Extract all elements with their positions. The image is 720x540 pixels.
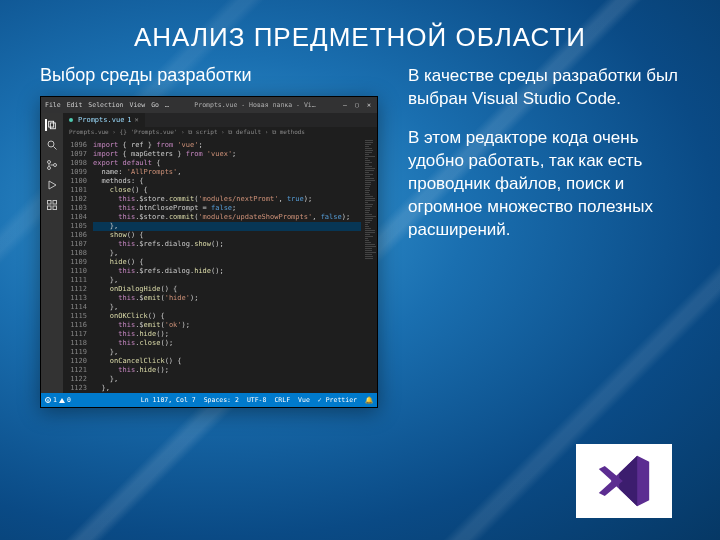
window-minimize-button[interactable]: — [341, 101, 349, 109]
code-line[interactable]: onCancelClick() { [93, 357, 361, 366]
code-line[interactable]: this.hide(); [93, 366, 361, 375]
line-number: 1106 [65, 231, 87, 240]
status-eol[interactable]: CRLF [274, 396, 290, 404]
code-line[interactable]: this.btnClosePrompt = false; [93, 204, 361, 213]
svg-point-5 [48, 167, 51, 170]
menu-item[interactable]: Edit [67, 101, 83, 109]
code-line[interactable]: }, [93, 303, 361, 312]
code-line[interactable]: }, [93, 249, 361, 258]
line-number: 1099 [65, 168, 87, 177]
svg-marker-14 [599, 466, 623, 496]
svg-rect-1 [50, 123, 55, 129]
code-line[interactable]: hide() { [93, 258, 361, 267]
warning-icon [59, 398, 65, 403]
vscode-titlebar: FileEditSelectionViewGo… Prompts.vue - Н… [41, 97, 377, 113]
code-editor[interactable]: import { ref } from 'vue';import { mapGe… [91, 139, 363, 393]
code-line[interactable]: }, [93, 375, 361, 384]
menu-item[interactable]: View [130, 101, 146, 109]
tab-filename: Prompts.vue [78, 116, 124, 124]
status-language[interactable]: Vue [298, 396, 310, 404]
line-number: 1122 [65, 375, 87, 384]
line-number: 1119 [65, 348, 87, 357]
code-line[interactable]: close() { [93, 186, 361, 195]
code-line[interactable]: import { mapGetters } from 'vuex'; [93, 150, 361, 159]
slide-title: АНАЛИЗ ПРЕДМЕТНОЙ ОБЛАСТИ [40, 22, 680, 53]
code-line[interactable]: import { ref } from 'vue'; [93, 141, 361, 150]
editor-tabs: Prompts.vue 1 ✕ [63, 113, 377, 127]
line-number: 1110 [65, 267, 87, 276]
code-line[interactable]: onOKClick() { [93, 312, 361, 321]
svg-marker-7 [49, 181, 56, 189]
svg-rect-10 [48, 206, 52, 210]
code-line[interactable]: export default { [93, 159, 361, 168]
slide-subhead: Выбор среды разработки [40, 65, 380, 86]
code-line[interactable]: methods: { [93, 177, 361, 186]
svg-point-6 [54, 164, 57, 167]
code-line[interactable]: onDialogHide() { [93, 285, 361, 294]
code-line[interactable]: this.$refs.dialog.hide(); [93, 267, 361, 276]
code-line[interactable]: this.hide(); [93, 330, 361, 339]
svg-line-3 [54, 147, 57, 150]
svg-rect-8 [48, 201, 52, 205]
line-number: 1114 [65, 303, 87, 312]
line-number: 1100 [65, 177, 87, 186]
status-prettier[interactable]: ✓ Prettier [318, 396, 357, 404]
line-number: 1118 [65, 339, 87, 348]
breadcrumb[interactable]: Prompts.vue › {} 'Prompts.vue' › ⧉ scrip… [63, 127, 377, 139]
code-line[interactable]: this.$store.commit('modules/updateShowPr… [93, 213, 361, 222]
vue-file-icon [69, 118, 73, 122]
svg-point-2 [48, 141, 54, 147]
line-number: 1104 [65, 213, 87, 222]
visual-studio-logo [576, 444, 672, 518]
code-line[interactable]: this.$emit('ok'); [93, 321, 361, 330]
vscode-window: FileEditSelectionViewGo… Prompts.vue - Н… [40, 96, 378, 408]
minimap[interactable] [363, 139, 377, 393]
menu-item[interactable]: Selection [88, 101, 123, 109]
extensions-icon[interactable] [46, 199, 58, 211]
line-number: 1102 [65, 195, 87, 204]
debug-icon[interactable] [46, 179, 58, 191]
activity-bar [41, 113, 63, 393]
code-line[interactable]: show() { [93, 231, 361, 240]
line-number: 1120 [65, 357, 87, 366]
status-bar: ✕ 1 0 Ln 1107, Col 7 Spaces: 2 UTF-8 CRL… [41, 393, 377, 407]
tab-prompts-vue[interactable]: Prompts.vue 1 ✕ [63, 113, 146, 127]
status-encoding[interactable]: UTF-8 [247, 396, 267, 404]
source-control-icon[interactable] [46, 159, 58, 171]
line-number: 1112 [65, 285, 87, 294]
svg-rect-9 [53, 201, 57, 205]
code-line[interactable]: this.close(); [93, 339, 361, 348]
status-notifications-icon[interactable]: 🔔 [365, 396, 373, 404]
code-line[interactable]: this.$emit('hide'); [93, 294, 361, 303]
svg-rect-11 [53, 206, 57, 210]
line-number: 1108 [65, 249, 87, 258]
code-line[interactable]: }, [93, 348, 361, 357]
tab-dirty-indicator: 1 [127, 116, 131, 124]
code-line[interactable]: }, [93, 384, 361, 393]
code-line[interactable]: name: 'AllPrompts', [93, 168, 361, 177]
line-number: 1123 [65, 384, 87, 393]
svg-point-4 [48, 161, 51, 164]
line-number: 1116 [65, 321, 87, 330]
line-number: 1113 [65, 294, 87, 303]
menu-item[interactable]: Go [151, 101, 159, 109]
code-line[interactable]: }, [93, 276, 361, 285]
code-line[interactable]: this.$refs.dialog.show(); [93, 240, 361, 249]
code-line[interactable]: }, [93, 222, 361, 231]
window-title: Prompts.vue - Новая папка - Vi… [169, 101, 341, 109]
menu-item[interactable]: File [45, 101, 61, 109]
search-icon[interactable] [46, 139, 58, 151]
paragraph-2: В этом редакторе кода очень удобно работ… [408, 127, 680, 242]
line-number-gutter: 1096109710981099110011011102110311041105… [63, 139, 91, 393]
window-maximize-button[interactable]: ▢ [353, 101, 361, 109]
window-close-button[interactable]: ✕ [365, 101, 373, 109]
status-indentation[interactable]: Spaces: 2 [204, 396, 239, 404]
line-number: 1101 [65, 186, 87, 195]
line-number: 1115 [65, 312, 87, 321]
tab-close-icon[interactable]: ✕ [135, 116, 139, 124]
code-line[interactable]: this.$store.commit('modules/nextPromt', … [93, 195, 361, 204]
status-problems[interactable]: ✕ 1 0 [45, 396, 71, 404]
status-cursor-position[interactable]: Ln 1107, Col 7 [141, 396, 196, 404]
explorer-icon[interactable] [45, 119, 57, 131]
line-number: 1105 [65, 222, 87, 231]
